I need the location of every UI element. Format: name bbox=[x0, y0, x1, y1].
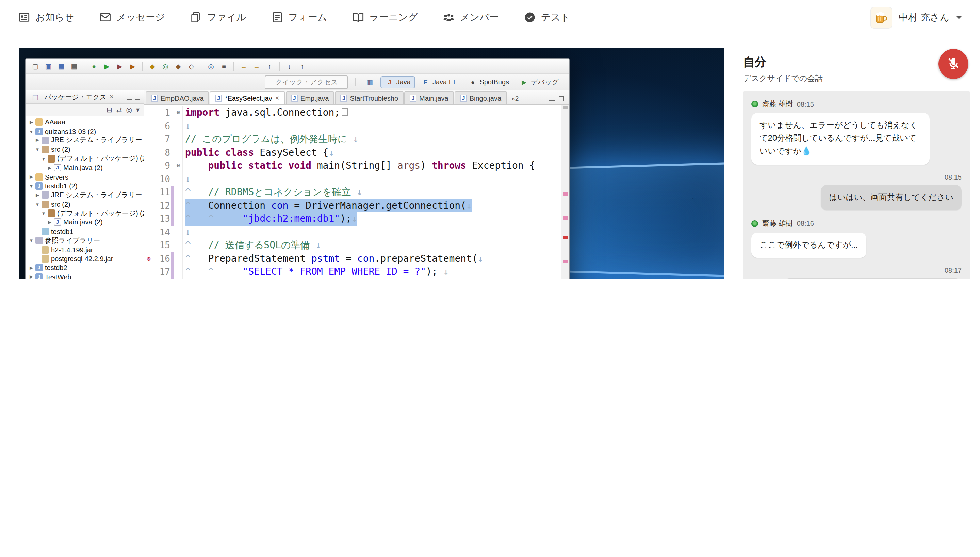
perspective-デバッグ[interactable]: ▶デバッグ bbox=[515, 75, 564, 89]
back-icon[interactable]: ← bbox=[237, 60, 250, 72]
perspective-java-ee[interactable]: EJava EE bbox=[417, 76, 463, 88]
user-menu[interactable]: 中村 充さん bbox=[871, 7, 962, 28]
editor-tab[interactable]: JEmp.java bbox=[286, 91, 334, 104]
tree-item[interactable]: testdb1 bbox=[26, 227, 144, 236]
new-java-project-icon[interactable]: ◆ bbox=[146, 60, 158, 72]
code-line[interactable]: 9⊖ public static void main(String[] args… bbox=[144, 159, 561, 173]
maximize-icon[interactable] bbox=[559, 96, 564, 101]
nav-item-file[interactable]: ファイル bbox=[189, 11, 247, 24]
tree-item[interactable]: ▶Servers bbox=[26, 173, 144, 182]
run-icon[interactable]: ▶ bbox=[101, 60, 113, 72]
code-line[interactable]: 11^ // RDBMSとコネクションを確立 ↓ bbox=[144, 186, 561, 199]
tree-item[interactable]: ▼src (2) bbox=[26, 145, 144, 154]
mute-button[interactable] bbox=[939, 49, 969, 79]
last-edit-icon[interactable]: ↑ bbox=[263, 60, 276, 72]
tree-expander[interactable]: ▶ bbox=[34, 138, 41, 143]
debug-icon[interactable]: ● bbox=[88, 60, 100, 72]
tree-expander[interactable]: ▶ bbox=[28, 274, 35, 278]
tree-item[interactable]: ▼src (2) bbox=[26, 200, 144, 209]
view-menu-icon[interactable]: ▾ bbox=[136, 106, 139, 114]
open-type-icon[interactable]: ≡ bbox=[218, 60, 230, 72]
coverage-icon[interactable]: ▶ bbox=[114, 60, 126, 72]
tree-item[interactable]: ▶JTestWeb bbox=[26, 272, 144, 278]
tree-expander[interactable]: ▼ bbox=[34, 202, 41, 207]
chat-log[interactable]: 齋藤 雄樹08:15すいません、エラーがどうしても消えなくて20分格闘しているん… bbox=[743, 91, 970, 278]
close-icon[interactable]: ✕ bbox=[109, 94, 114, 100]
tree-expander[interactable]: ▼ bbox=[40, 156, 47, 161]
open-perspective-icon[interactable]: ▦ bbox=[364, 76, 376, 88]
next-annotation-icon[interactable]: ↓ bbox=[283, 60, 296, 72]
tree-expander[interactable]: ▼ bbox=[28, 238, 35, 243]
tree-expander[interactable]: ▶ bbox=[46, 220, 53, 225]
tree-item[interactable]: ▼Jquizans13-03 (2) bbox=[26, 127, 144, 136]
fold-collapsed-icon[interactable]: ⊕ bbox=[174, 106, 183, 119]
new-package-icon[interactable]: ◆ bbox=[172, 60, 185, 72]
tree-expander[interactable]: ▶ bbox=[28, 265, 35, 271]
nav-item-form[interactable]: フォーム bbox=[271, 11, 327, 24]
code-editor[interactable]: 1⊕import java.sql.Connection;6↓7// このプログ… bbox=[144, 105, 569, 278]
minimize-icon[interactable] bbox=[549, 96, 555, 101]
code-line[interactable]: 17^ ^ "SELECT * FROM EMP WHERE ID = ?");… bbox=[144, 265, 561, 278]
code-line[interactable]: 13^ ^ "jbdc:h2:mem:db1");↓ bbox=[144, 212, 561, 225]
tree-expander[interactable]: ▼ bbox=[28, 129, 35, 134]
tree-item[interactable]: ▼(デフォルト・パッケージ) (2) bbox=[26, 209, 144, 218]
nav-item-learning[interactable]: ラーニング bbox=[351, 11, 418, 24]
tree-item[interactable]: ▶JMain.java (2) bbox=[26, 163, 144, 173]
tree-expander[interactable]: ▼ bbox=[40, 211, 47, 216]
tree-expander[interactable]: ▼ bbox=[34, 147, 41, 152]
code-line[interactable]: 7// このプログラムは、例外発生時に ↓ bbox=[144, 133, 561, 146]
tree-expander[interactable]: ▶ bbox=[28, 174, 35, 179]
perspective-java[interactable]: JJava bbox=[381, 76, 415, 88]
tree-expander[interactable]: ▼ bbox=[28, 184, 35, 188]
nav-item-member[interactable]: メンバー bbox=[443, 11, 499, 24]
link-editor-icon[interactable]: ⇄ bbox=[116, 106, 122, 114]
save-icon[interactable]: ▣ bbox=[42, 60, 54, 72]
code-line[interactable]: 10↓ bbox=[144, 173, 561, 186]
tree-expander[interactable]: ▶ bbox=[34, 192, 41, 198]
maximize-icon[interactable] bbox=[135, 94, 140, 99]
editor-tab[interactable]: JMain.java bbox=[404, 91, 454, 104]
tree-item[interactable]: ▼(デフォルト・パッケージ) (2) bbox=[26, 154, 144, 163]
code-line[interactable]: 1⊕import java.sql.Connection; bbox=[144, 106, 561, 119]
quick-access-box[interactable]: クイック・アクセス bbox=[265, 75, 348, 89]
code-line[interactable]: ⊗16^ PreparedStatement pstmt = con.prepa… bbox=[144, 252, 561, 265]
focus-icon[interactable]: ◎ bbox=[126, 106, 132, 114]
close-icon[interactable]: ✕ bbox=[275, 95, 279, 101]
code-line[interactable]: 8public class EasySelect {↓ bbox=[144, 146, 561, 159]
fold-expanded-icon[interactable]: ⊖ bbox=[174, 159, 183, 173]
code-line[interactable]: 6↓ bbox=[144, 119, 561, 133]
nav-item-test[interactable]: テスト bbox=[523, 11, 570, 24]
nav-item-notice[interactable]: お知らせ bbox=[18, 11, 74, 24]
tree-item[interactable]: ▶JRE システム・ライブラリー [Ja bbox=[26, 191, 144, 200]
save-all-icon[interactable]: ▦ bbox=[55, 60, 67, 72]
search-icon[interactable]: ◎ bbox=[205, 60, 217, 72]
tree-item[interactable]: postgresql-42.2.9.jar bbox=[26, 254, 144, 264]
tree-item[interactable]: h2-1.4.199.jar bbox=[26, 245, 144, 254]
jar-export-icon[interactable]: ◇ bbox=[185, 60, 198, 72]
new-wizard-icon[interactable]: ▢ bbox=[29, 60, 41, 72]
editor-tab[interactable]: J*EasySelect.jav✕ bbox=[210, 91, 285, 104]
tree-item[interactable]: ▶JMain.java (2) bbox=[26, 218, 144, 227]
editor-tab[interactable]: JStartTroublesho bbox=[335, 91, 403, 104]
perspective-spotbugs[interactable]: ●SpotBugs bbox=[464, 76, 514, 88]
tree-expander[interactable]: ▶ bbox=[28, 119, 35, 125]
code-line[interactable]: 15^ // 送信するSQLの準備 ↓ bbox=[144, 239, 561, 252]
external-tools-icon[interactable]: ▶ bbox=[127, 60, 139, 72]
tree-expander[interactable]: ▶ bbox=[46, 165, 53, 170]
editor-tab[interactable]: JEmpDAO.java bbox=[145, 91, 209, 104]
print-icon[interactable]: ▤ bbox=[68, 60, 80, 72]
code-line[interactable]: 14↓ bbox=[144, 225, 561, 239]
tab-overflow-indicator[interactable]: »2 bbox=[511, 94, 519, 102]
tree-item[interactable]: ▼Jtestdb1 (2) bbox=[26, 181, 144, 191]
collapse-all-icon[interactable]: ⊟ bbox=[106, 106, 112, 114]
editor-tab[interactable]: JBingo.java bbox=[455, 91, 507, 104]
nav-item-message[interactable]: メッセージ bbox=[99, 11, 165, 24]
tree-item[interactable]: ▶AAaaa bbox=[26, 118, 144, 127]
overview-ruler[interactable] bbox=[561, 105, 569, 278]
tree-item[interactable]: ▶Jtestdb2 bbox=[26, 264, 144, 273]
code-line[interactable]: 12^ Connection con = DriverManager.getCo… bbox=[144, 199, 561, 212]
new-class-icon[interactable]: ◎ bbox=[159, 60, 172, 72]
minimize-icon[interactable] bbox=[127, 94, 132, 99]
tree-item[interactable]: ▼参照ライブラリー bbox=[26, 236, 144, 245]
prev-annotation-icon[interactable]: ↑ bbox=[296, 60, 308, 72]
